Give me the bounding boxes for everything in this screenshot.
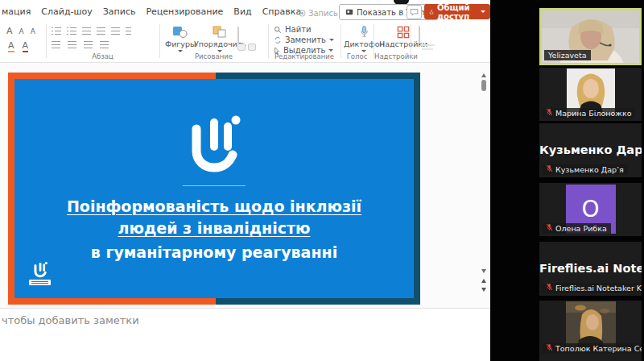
- screen: { "header": { "tabs": ["мация", "Слайд-ш…: [0, 0, 644, 361]
- record-button[interactable]: Запись: [299, 9, 338, 18]
- highlight-color-icon[interactable]: А: [8, 41, 14, 52]
- teams-icon: [345, 8, 353, 16]
- hi-logo-wordmark: [29, 280, 51, 285]
- tab-view[interactable]: Вид: [233, 6, 251, 17]
- ribbon-group-disabled: [412, 22, 444, 62]
- powerpoint-window: мация Слайд-шоу Запись Рецензирование Ви…: [0, 0, 490, 361]
- participant-name-label: Yelizaveta: [544, 50, 591, 60]
- addins-grid-icon: [397, 26, 410, 39]
- ribbon-group-addins: Надстройки Надстройки: [374, 22, 410, 62]
- scroll-up-icon[interactable]: [481, 73, 486, 77]
- title-line-3: в гуманітарному реагуванні: [8, 242, 420, 263]
- participant-name-label: Марина Білоножко: [542, 108, 635, 118]
- ribbon-group-voice: Диктофон Голос: [341, 22, 373, 62]
- align-center-icon[interactable]: [68, 41, 76, 49]
- chevron-down-icon: [329, 39, 334, 41]
- bullets-icon[interactable]: [55, 27, 61, 35]
- indent-decrease-icon[interactable]: [82, 27, 91, 35]
- tab-animation[interactable]: мация: [2, 6, 31, 17]
- mic-muted-icon: [546, 164, 553, 175]
- share-button[interactable]: Общий доступ: [424, 4, 490, 19]
- tab-help[interactable]: Справка: [262, 6, 301, 17]
- ribbon: А А А А А: [0, 22, 490, 63]
- participant-tile-maryna[interactable]: Марина Білоножко: [539, 68, 642, 121]
- participant-name-label: Олена Рибка: [542, 223, 611, 234]
- microphone-icon: [359, 25, 369, 39]
- font-size-icon[interactable]: А: [6, 27, 13, 36]
- hi-logo-small: [29, 261, 51, 285]
- font-shrink-icon[interactable]: А: [19, 27, 24, 36]
- slide-title[interactable]: Поінформованість щодо інклюзії людей з і…: [8, 196, 420, 263]
- align-right-icon[interactable]: [84, 41, 93, 49]
- slide-border-right-dark: [414, 73, 420, 305]
- mic-muted-icon: [546, 283, 553, 293]
- participant-name-label: Тополюк Катерина Се…: [542, 343, 642, 354]
- align-left-icon[interactable]: [52, 41, 60, 49]
- ribbon-group-font: А А А А А: [0, 22, 45, 62]
- hi-logo: [185, 113, 243, 177]
- participant-tile-yelizaveta[interactable]: Yelizaveta: [539, 8, 642, 65]
- numbering-icon[interactable]: [70, 27, 76, 35]
- tab-slideshow[interactable]: Слайд-шоу: [41, 6, 92, 17]
- notes-placeholder: чтобы добавить заметки: [2, 314, 139, 326]
- group-label-paragraph: Абзац: [47, 52, 159, 60]
- align-justify-icon[interactable]: [100, 41, 109, 49]
- group-label-drawing: Рисование: [160, 52, 267, 60]
- tab-recording[interactable]: Запись: [103, 6, 136, 17]
- ribbon-group-drawing: Фигуры Упорядочить Рисование: [160, 22, 267, 62]
- clear-format-icon[interactable]: А: [31, 27, 35, 36]
- arrange-icon: [212, 26, 228, 39]
- replace-button[interactable]: Заменить: [274, 35, 334, 44]
- title-line-2: людей з інвалідністю: [8, 218, 420, 239]
- divider-line: [183, 185, 246, 186]
- find-button[interactable]: Найти: [274, 25, 311, 34]
- participant-tile-olena[interactable]: O Олена Рибка: [539, 183, 642, 236]
- meeting-sidebar: Yelizaveta Марина Білоножко Кузьменко Да…: [490, 0, 644, 361]
- comments-button[interactable]: [407, 5, 422, 19]
- mic-muted-icon: [546, 223, 553, 234]
- slide-border-top-dark: [216, 73, 420, 79]
- participant-tile-topoliuk[interactable]: Тополюк Катерина Се…: [539, 301, 642, 361]
- participant-tile-fireflies[interactable]: Fireflies.ai Note… Fireflies.ai Notetake…: [539, 242, 642, 296]
- group-label-editing: Редактирование: [269, 52, 340, 60]
- share-icon: [429, 8, 434, 16]
- participant-name-label: Кузьменко Дар’я: [542, 164, 628, 175]
- chevron-down-icon: [481, 10, 485, 13]
- shapes-button[interactable]: Фигуры: [165, 26, 196, 52]
- scroll-down-icon[interactable]: [481, 269, 486, 273]
- ribbon-tab-bar: мация Слайд-шоу Запись Рецензирование Ви…: [0, 0, 490, 22]
- group-label-addins: Надстройки: [374, 52, 410, 60]
- previous-slide-button[interactable]: [481, 279, 486, 283]
- slide-canvas[interactable]: Поінформованість щодо інклюзії людей з і…: [0, 63, 490, 308]
- participant-name-label: Fireflies.ai Notetaker K…: [542, 283, 642, 293]
- line-spacing-icon[interactable]: [111, 27, 120, 35]
- title-line-1: Поінформованість щодо інклюзії: [8, 196, 420, 218]
- indent-increase-icon[interactable]: [97, 27, 105, 35]
- profile-photo: [566, 301, 616, 348]
- slide-border-bottom-dark: [216, 298, 420, 305]
- next-slide-button[interactable]: [481, 288, 486, 292]
- font-color-icon[interactable]: А: [23, 41, 29, 52]
- comment-icon: [410, 8, 419, 16]
- ribbon-group-editing: Найти Заменить Выделить Редактирование: [269, 22, 340, 62]
- shape-format-buttons-disabled: [237, 44, 256, 51]
- tab-review[interactable]: Рецензирование: [146, 6, 223, 17]
- participant-display-name: Кузьменко Дар’я: [539, 143, 642, 156]
- text-direction-icon[interactable]: [126, 27, 131, 35]
- participant-tile-kuzmenko[interactable]: Кузьменко Дар’я Кузьменко Дар’я: [539, 123, 642, 177]
- show-in-teams-button[interactable]: Показать в Teams: [339, 4, 438, 20]
- group-separator: [411, 24, 411, 58]
- slide[interactable]: Поінформованість щодо інклюзії людей з і…: [8, 73, 420, 305]
- quick-styles-button-disabled: [237, 27, 239, 43]
- slide-border-top-orange: [8, 73, 216, 79]
- vertical-scrollbar[interactable]: [480, 63, 489, 308]
- mic-muted-icon: [546, 108, 553, 118]
- mic-muted-icon: [546, 343, 553, 354]
- ribbon-group-paragraph: Абзац: [47, 22, 159, 62]
- replace-icon: [274, 36, 282, 44]
- disabled-button: [419, 27, 420, 42]
- scrollbar-thumb[interactable]: [481, 80, 486, 91]
- participant-display-name: Fireflies.ai Note…: [539, 261, 642, 274]
- notes-pane[interactable]: чтобы добавить заметки: [0, 308, 490, 361]
- slide-border-bottom-orange: [8, 298, 216, 305]
